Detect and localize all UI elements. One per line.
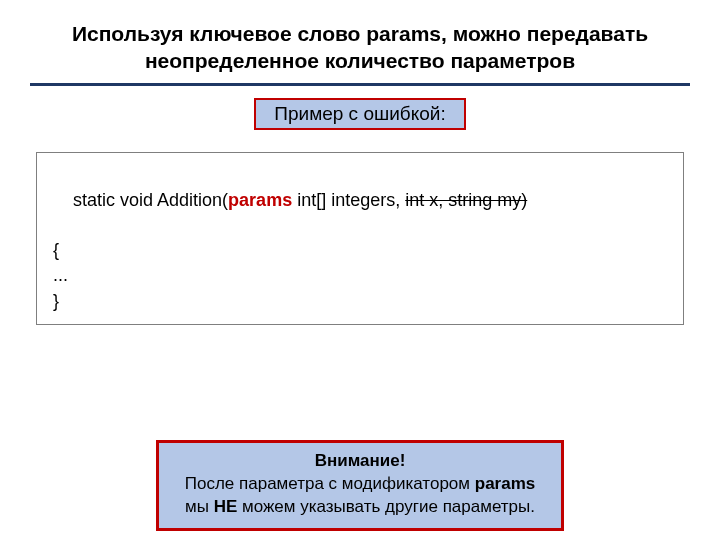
- code-text: static void Addition(: [73, 190, 228, 210]
- attention-heading: Внимание!: [185, 450, 535, 473]
- keyword-params: params: [228, 190, 292, 210]
- attention-wrap: Внимание! После параметра с модификаторо…: [30, 440, 690, 531]
- attention-text: мы: [185, 497, 214, 516]
- title-divider: [30, 83, 690, 86]
- code-line-4: }: [53, 289, 667, 314]
- attention-bold-params: params: [475, 474, 535, 493]
- subtitle-box: Пример с ошибкой:: [254, 98, 465, 130]
- code-line-3: ...: [53, 263, 667, 288]
- attention-bold-ne: НЕ: [214, 497, 238, 516]
- attention-text: можем указывать другие параметры.: [237, 497, 535, 516]
- code-strikethrough: int x, string my): [405, 190, 527, 210]
- code-line-2: {: [53, 238, 667, 263]
- code-block: static void Addition(params int[] intege…: [36, 152, 684, 325]
- attention-text: После параметра с модификатором: [185, 474, 475, 493]
- attention-line-2: После параметра с модификатором params: [185, 473, 535, 496]
- subtitle-wrap: Пример с ошибкой:: [30, 98, 690, 130]
- code-text: int[] integers,: [292, 190, 405, 210]
- page-title: Используя ключевое слово params, можно п…: [30, 20, 690, 75]
- attention-line-3: мы НЕ можем указывать другие параметры.: [185, 496, 535, 519]
- attention-box: Внимание! После параметра с модификаторо…: [156, 440, 564, 531]
- code-line-1: static void Addition(params int[] intege…: [53, 163, 667, 239]
